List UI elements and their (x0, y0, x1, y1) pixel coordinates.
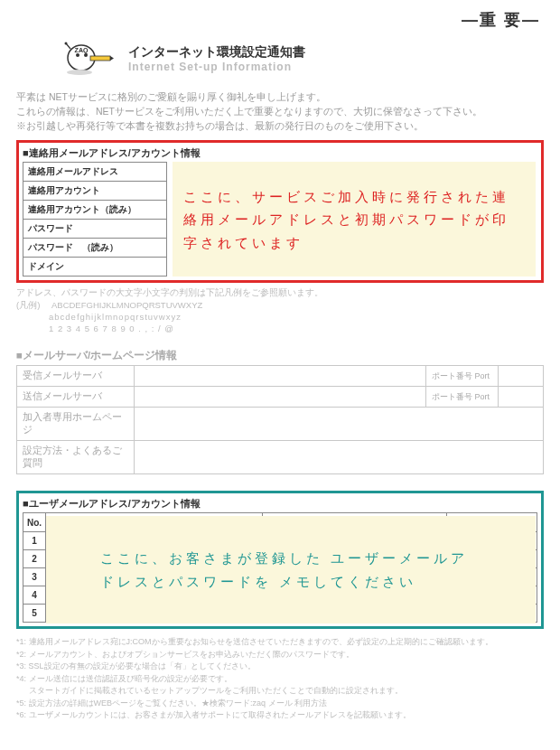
recv-port-value (499, 366, 544, 387)
contact-info-box: ■連絡用メールアドレス/アカウント情報 連絡用メールアドレス 連絡用アカウント … (16, 140, 544, 283)
send-server-label: 送信メールサーバ (17, 387, 135, 408)
section-title-user: ■ユーザメールアドレス/アカウント情報 (23, 497, 537, 511)
send-port-label: ポート番号 Port (426, 387, 499, 408)
row-1-no: 1 (23, 532, 46, 550)
document-title-en: Internet Set-up Information (128, 61, 305, 73)
footnotes: *1: 連絡用メールアドレス宛にJ:COMから重要なお知らせを送信させていただき… (16, 636, 544, 722)
svg-text:ZAQ: ZAQ (75, 47, 89, 54)
contact-table: 連絡用メールアドレス 連絡用アカウント 連絡用アカウント（読み） パスワード パ… (23, 162, 167, 277)
row-4-no: 4 (23, 586, 46, 605)
contact-row-account: 連絡用アカウント (23, 182, 167, 201)
document-header: ZAQ インターネット環境設定通知書 Internet Set-up Infor… (61, 40, 544, 78)
contact-row-domain: ドメイン (23, 258, 167, 277)
user-overlay-text: ここに、お客さまが登録した ユーザーメールアドレスとパスワードを メモしてくださ… (100, 547, 481, 593)
document-title-jp: インターネット環境設定通知書 (128, 44, 305, 61)
contact-row-password: パスワード (23, 220, 167, 239)
recv-port-label: ポート番号 Port (426, 366, 499, 387)
svg-point-2 (84, 53, 88, 57)
svg-point-4 (65, 42, 68, 45)
section-title-contact: ■連絡用メールアドレス/アカウント情報 (23, 146, 537, 160)
section-title-server: ■メールサーバ/ホームページ情報 (16, 349, 544, 362)
recv-server-label: 受信メールサーバ (17, 366, 135, 387)
member-page-value (135, 408, 544, 441)
contact-row-email: 連絡用メールアドレス (23, 163, 167, 182)
row-5-no: 5 (23, 605, 46, 623)
row-2-no: 2 (23, 550, 46, 568)
send-port-value (499, 387, 544, 408)
contact-row-account-read: 連絡用アカウント（読み） (23, 201, 167, 220)
contact-overlay: ここに、サービスご加入時に発行された連絡用メールアドレスと初期パスワードが印字さ… (173, 162, 536, 277)
recv-server-value (135, 366, 426, 387)
col-no: No. (23, 513, 46, 532)
contact-overlay-text: ここに、サービスご加入時に発行された連絡用メールアドレスと初期パスワードが印字さ… (183, 185, 525, 255)
setup-faq-value (135, 441, 544, 474)
svg-point-1 (76, 53, 79, 57)
send-server-value (135, 387, 426, 408)
row-3-no: 3 (23, 568, 46, 586)
svg-marker-6 (110, 56, 114, 61)
intro-text: 平素は NETサービスに格別のご愛顧を賜り厚く御礼を申し上げます。 これらの情報… (16, 90, 544, 133)
contact-row-password-read: パスワード （読み） (23, 239, 167, 258)
zaq-logo: ZAQ (61, 40, 116, 78)
legend-block: アドレス、パスワードの大文字小文字の判別は下記凡例をご参照願います。 (凡例) … (16, 286, 544, 334)
user-info-box: ■ユーザメールアドレス/アカウント情報 No. ユーザメールアドレス アカウント… (16, 491, 544, 629)
svg-point-7 (67, 70, 92, 75)
important-label: ―重 要― (16, 9, 544, 31)
user-overlay: ここに、お客さまが登録した ユーザーメールアドレスとパスワードを メモしてくださ… (46, 516, 536, 623)
setup-faq-label: 設定方法・よくあるご質問 (17, 441, 135, 474)
svg-rect-5 (90, 56, 110, 61)
member-page-label: 加入者専用ホームページ (17, 408, 135, 441)
server-table: 受信メールサーバ ポート番号 Port 送信メールサーバ ポート番号 Port … (16, 365, 544, 474)
